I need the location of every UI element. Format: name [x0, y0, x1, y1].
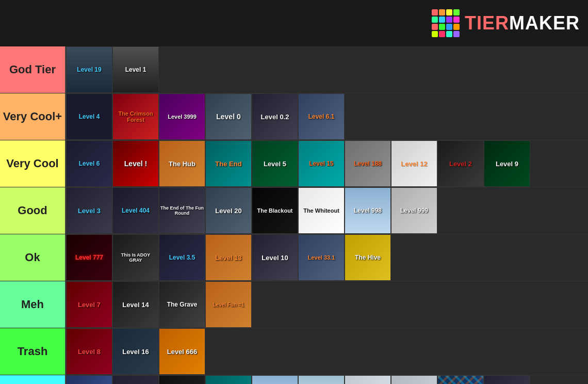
list-item[interactable]: If Man Still Alive: [298, 375, 345, 384]
header: TierMaker: [0, 0, 588, 46]
list-item[interactable]: The Whiteout: [298, 187, 345, 234]
list-item[interactable]: Level 907: [345, 375, 391, 384]
tier-list: TierMaker God Tier Level 19 Level 1: [0, 0, 588, 384]
list-item[interactable]: Level 15: [298, 140, 345, 187]
list-item[interactable]: The End: [205, 140, 252, 187]
list-item[interactable]: Level 19: [66, 46, 112, 93]
tier-label-trash: Trash: [0, 328, 65, 375]
list-item[interactable]: Level 5: [252, 140, 298, 187]
list-item[interactable]: The Blackout: [252, 187, 298, 234]
list-item[interactable]: Level 0: [205, 93, 252, 140]
list-item[interactable]: Level -0: [66, 375, 112, 384]
list-item[interactable]: Level -998: [484, 375, 530, 384]
tier-row-good: Good Level 3 Level 404 The End of The Fu…: [0, 187, 588, 234]
list-item[interactable]: The End of The Fun Round: [159, 187, 205, 234]
list-item[interactable]: Level 1: [112, 46, 159, 93]
logo-title: TierMaker: [465, 12, 580, 34]
list-item[interactable]: Level 4: [66, 93, 112, 140]
list-item[interactable]: Level 666: [159, 328, 205, 375]
list-item[interactable]: Level 9: [484, 140, 530, 187]
list-item[interactable]: Level 188: [345, 140, 391, 187]
tier-row-very-cool-plus: Very Cool+ Level 4 The Crimson Forest Le…: [0, 93, 588, 140]
list-item[interactable]: Level 20: [205, 187, 252, 234]
tier-items-god: Level 19 Level 1: [65, 46, 588, 93]
list-item[interactable]: Level 3: [66, 187, 112, 234]
list-item[interactable]: Level α: [391, 375, 437, 384]
list-item[interactable]: Level 13: [205, 234, 252, 281]
tier-row-god: God Tier Level 19 Level 1: [0, 46, 588, 93]
list-item[interactable]: The Hive: [345, 234, 391, 281]
tier-row-very-cool: Very Cool Level 6 Level ! The Hub: [0, 140, 588, 187]
tier-label-dont-know: Don't Know: [0, 375, 65, 384]
list-item[interactable]: This Is ADOY GRAY: [112, 234, 159, 281]
tier-label-very-cool-plus: Very Cool+: [0, 93, 65, 140]
logo: TierMaker: [432, 9, 580, 37]
list-item[interactable]: Level 14: [112, 281, 159, 328]
list-item[interactable]: Level 999: [391, 187, 437, 234]
logo-grid: [432, 9, 460, 37]
list-item[interactable]: Level 6: [66, 140, 112, 187]
list-item[interactable]: Level 16: [112, 328, 159, 375]
tier-row-ok: Ok Level 777 This Is ADOY GRAY Level 3.5: [0, 234, 588, 281]
list-item[interactable]: The Grave: [159, 281, 205, 328]
list-item[interactable]: Level 2: [437, 140, 484, 187]
tier-items-dont-know: Level -0 Level -1 Level -2 Unnamed: [65, 375, 588, 384]
tier-label-very-cool: Very Cool: [0, 140, 65, 187]
tier-label-ok: Ok: [0, 234, 65, 281]
tier-items-ok: Level 777 This Is ADOY GRAY Level 3.5 Le…: [65, 234, 588, 281]
list-item[interactable]: Level 10: [252, 234, 298, 281]
tier-items-good: Level 3 Level 404 The End of The Fun Rou…: [65, 187, 588, 234]
list-item[interactable]: Level 3.5: [159, 234, 205, 281]
list-item[interactable]: Level -2: [437, 375, 484, 384]
list-item[interactable]: Level 3999: [159, 93, 205, 140]
list-item[interactable]: The Hub: [159, 140, 205, 187]
list-item[interactable]: Level 998: [345, 187, 391, 234]
tier-items-meh: Level 7 Level 14 The Grave Level Fun =1: [65, 281, 588, 328]
list-item[interactable]: Level -2: [159, 375, 205, 384]
list-item[interactable]: Level 0.2: [252, 93, 298, 140]
list-item[interactable]: Level -1: [112, 375, 159, 384]
list-item[interactable]: Level Fun =1: [205, 281, 252, 328]
list-item[interactable]: The Crimson Forest: [112, 93, 159, 140]
list-item[interactable]: Level 8: [66, 328, 112, 375]
list-item[interactable]: Level 7: [66, 281, 112, 328]
tier-items-very-cool: Level 6 Level ! The Hub The End: [65, 140, 588, 187]
list-item[interactable]: Level 256: [252, 375, 298, 384]
list-item[interactable]: Level 6.1: [298, 93, 345, 140]
list-item[interactable]: Level 404: [112, 187, 159, 234]
tier-row-dont-know: Don't Know Level -0 Level -1 Level -2: [0, 375, 588, 384]
list-item[interactable]: Level 12: [391, 140, 437, 187]
list-item[interactable]: Unnamed: [205, 375, 252, 384]
tier-label-god: God Tier: [0, 46, 65, 93]
list-item[interactable]: Level 777: [66, 234, 112, 281]
list-item[interactable]: Level 33.1: [298, 234, 345, 281]
tier-items-very-cool-plus: Level 4 The Crimson Forest Level 3999 Le…: [65, 93, 588, 140]
tier-label-meh: Meh: [0, 281, 65, 328]
tier-items-trash: Level 8 Level 16 Level 666: [65, 328, 588, 375]
tier-row-trash: Trash Level 8 Level 16 Level 666: [0, 328, 588, 375]
tier-label-good: Good: [0, 187, 65, 234]
tier-row-meh: Meh Level 7 Level 14 The Grave: [0, 281, 588, 328]
list-item[interactable]: Level !: [112, 140, 159, 187]
